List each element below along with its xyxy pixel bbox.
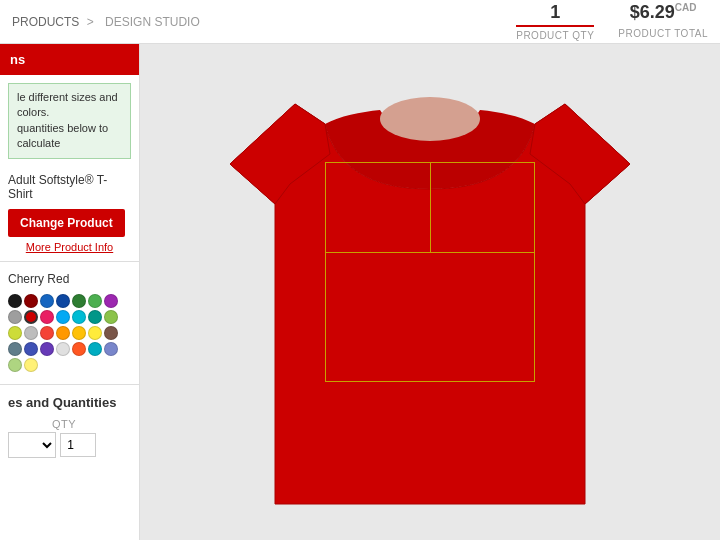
tshirt-container [220,44,640,540]
change-product-button[interactable]: Change Product [8,209,125,237]
color-swatch[interactable] [72,294,86,308]
color-swatch[interactable] [8,326,22,340]
main-layout: ns le different sizes and colors. quanti… [0,44,720,540]
product-total-label: PRODUCT TOTAL [618,28,708,39]
product-qty-label: PRODUCT QTY [516,30,594,41]
color-swatch[interactable] [72,342,86,356]
size-select[interactable]: S M L XL 2XL [8,432,56,458]
color-swatch[interactable] [56,310,70,324]
color-swatch[interactable] [104,326,118,340]
sidebar: ns le different sizes and colors. quanti… [0,44,140,540]
product-summary: 1 PRODUCT QTY $6.29CAD PRODUCT TOTAL [516,2,708,42]
svg-point-0 [380,97,480,141]
canvas-area [140,44,720,540]
sidebar-section-title: ns [0,44,139,75]
color-swatch[interactable] [56,342,70,356]
qty-section: QTY S M L XL 2XL [0,414,139,466]
product-name: Adult Softstyle® T-Shirt [0,167,139,205]
sidebar-info-box: le different sizes and colors. quantitie… [8,83,131,159]
color-swatches [0,290,139,380]
divider-1 [0,261,139,262]
more-product-info-link[interactable]: More Product Info [8,241,131,253]
color-swatch[interactable] [56,294,70,308]
tshirt-svg [220,44,640,540]
color-swatch[interactable] [56,326,70,340]
qty-input[interactable] [60,433,96,457]
color-swatch[interactable] [40,310,54,324]
color-swatch[interactable] [8,358,22,372]
sizes-quantities-title: es and Quantities [0,389,139,414]
color-swatch[interactable] [72,310,86,324]
breadcrumb: PRODUCTS > DESIGN STUDIO [12,15,204,29]
top-bar: PRODUCTS > DESIGN STUDIO 1 PRODUCT QTY $… [0,0,720,44]
breadcrumb-current: DESIGN STUDIO [105,15,200,29]
color-swatch[interactable] [24,342,38,356]
breadcrumb-products[interactable]: PRODUCTS [12,15,79,29]
breadcrumb-separator: > [87,15,94,29]
color-swatch[interactable] [88,310,102,324]
color-swatch[interactable] [24,310,38,324]
color-swatch[interactable] [8,310,22,324]
color-swatch[interactable] [104,310,118,324]
color-swatch[interactable] [104,294,118,308]
color-swatch[interactable] [40,294,54,308]
product-total-summary: $6.29CAD PRODUCT TOTAL [618,2,708,40]
product-total-value: $6.29CAD [618,2,708,25]
color-swatch[interactable] [24,326,38,340]
color-swatch[interactable] [88,294,102,308]
color-swatch[interactable] [8,294,22,308]
color-swatch[interactable] [24,294,38,308]
qty-row: S M L XL 2XL [8,432,131,458]
product-qty-value: 1 [516,2,594,27]
product-qty-summary: 1 PRODUCT QTY [516,2,594,42]
selected-color-label: Cherry Red [0,266,139,290]
color-swatch[interactable] [72,326,86,340]
color-swatch[interactable] [104,342,118,356]
divider-2 [0,384,139,385]
color-swatch[interactable] [24,358,38,372]
color-swatch[interactable] [88,326,102,340]
color-swatch[interactable] [40,326,54,340]
color-swatch[interactable] [8,342,22,356]
qty-column-label: QTY [52,418,131,430]
color-swatch[interactable] [40,342,54,356]
color-swatch[interactable] [88,342,102,356]
